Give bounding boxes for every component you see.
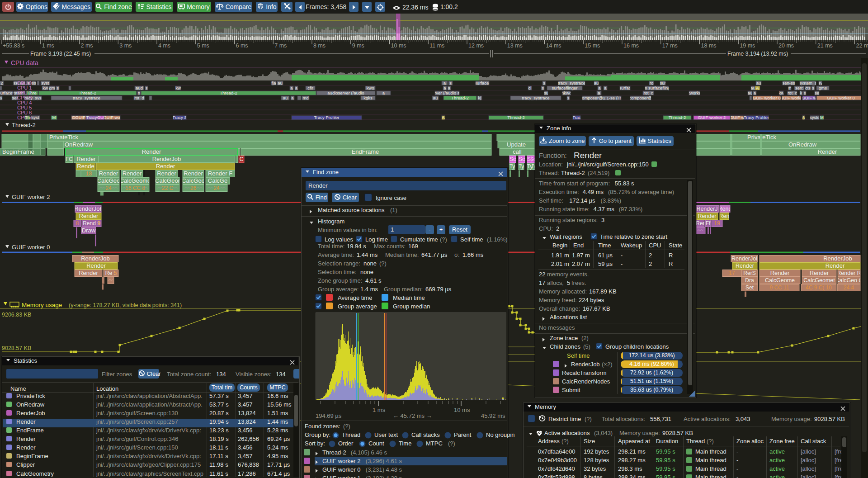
svg-text:Rende: Rende — [77, 163, 94, 170]
svg-text:a: a — [598, 90, 600, 95]
svg-text:12 ms: 12 ms — [468, 43, 484, 49]
svg-text:Thread-2: Thread-2 — [12, 122, 36, 128]
svg-text:kw: kw — [42, 85, 48, 90]
svg-text:Render: Render — [818, 148, 837, 155]
svg-text:Ff: Ff — [706, 220, 711, 227]
svg-text:md: md — [302, 95, 308, 100]
svg-text:a: a — [598, 85, 601, 90]
svg-text:Rend: Rend — [718, 206, 732, 212]
svg-text:Ty: Ty — [509, 163, 515, 170]
svg-text:s: s — [567, 95, 570, 100]
svg-text:9 ms: 9 ms — [352, 43, 364, 49]
svg-text:+55.83 s: +55.83 s — [3, 43, 24, 49]
svg-text:RenderJob: RenderJob — [81, 255, 110, 262]
svg-text:s: s — [449, 80, 452, 85]
svg-text:Ty: Ty — [519, 163, 524, 170]
svg-text:5: 5 — [114, 270, 117, 276]
svg-text:Ren: Ren — [719, 213, 730, 219]
svg-text:CalcGeor: CalcGeor — [155, 177, 180, 184]
svg-text:audioserver (/audio: audioserver (/audio — [327, 90, 364, 95]
svg-text:surfaceflinger: surfaceflinger — [552, 85, 577, 90]
svg-text:18 ms: 18 ms — [701, 43, 717, 49]
svg-text:CPU 7: CPU 7 — [17, 115, 32, 120]
svg-text:GUIF worker 0: GUIF worker 0 — [827, 95, 855, 100]
svg-text:Thread-2: Thread-2 — [507, 115, 525, 120]
svg-text:a: a — [443, 80, 446, 85]
svg-text:Render: Render — [184, 170, 203, 177]
svg-text:s: s — [146, 85, 148, 90]
svg-text:ro: ro — [650, 80, 653, 85]
svg-text:RenderJob: RenderJob — [74, 205, 103, 212]
svg-text:kj: kj — [478, 95, 481, 100]
svg-text:Thread-2: Thread-2 — [220, 90, 237, 95]
svg-text:au: au — [756, 80, 761, 85]
svg-text:rver (/audio a: rver (/audio a — [434, 90, 460, 95]
svg-text:m surfacefling: m surfacefling — [643, 85, 670, 90]
svg-text:n: n — [138, 90, 140, 95]
svg-text:sur: sur — [660, 80, 665, 85]
svg-text:Frame 3,194 (13.92 ms): Frame 3,194 (13.92 ms) — [727, 51, 788, 57]
svg-text:system_s: system_s — [799, 80, 817, 85]
svg-text:Render: Render — [770, 270, 790, 276]
svg-text:Render R: Render R — [837, 270, 861, 276]
svg-text:9206.83 KB: 9206.83 KB — [2, 312, 31, 318]
svg-text:CalcGeomet: CalcGeomet — [803, 277, 835, 284]
svg-text:au: au — [748, 90, 753, 95]
svg-text:Rer: Rer — [696, 220, 704, 227]
svg-text:Render: Render — [99, 170, 118, 177]
svg-text:Render F: Render F — [208, 170, 232, 177]
svg-text:2: 2 — [0, 80, 3, 85]
svg-text:A: A — [756, 85, 759, 90]
svg-text:8: 8 — [76, 220, 79, 227]
svg-text:composer@: composer@ — [629, 95, 652, 100]
svg-text:kgks: kgks — [363, 95, 373, 100]
svg-text:EndFrame: EndFrame — [352, 148, 379, 155]
svg-text:Render: Render — [123, 170, 142, 177]
svg-text:gm: gm — [49, 85, 55, 90]
svg-text:5 ms: 5 ms — [197, 43, 209, 49]
svg-text:BeginFrame: BeginFrame — [2, 148, 34, 155]
svg-text:au: au — [278, 80, 283, 85]
svg-text:syste: syste — [810, 115, 820, 120]
svg-text:CalcGe: CalcGe — [208, 177, 227, 184]
svg-text:kwo: kwo — [367, 85, 374, 90]
svg-text:14 ms: 14 ms — [546, 43, 561, 49]
svg-text:Render: Render — [736, 263, 754, 269]
svg-text:au: au — [750, 85, 755, 90]
svg-text:M: M — [52, 115, 56, 120]
svg-text:a: a — [448, 85, 451, 90]
svg-text:GUIF w: GUIF w — [730, 115, 744, 120]
svg-text:GUIF worker 2: GUIF worker 2 — [12, 194, 50, 200]
svg-text:nkwo: nkwo — [561, 90, 571, 95]
svg-text:Render: Render — [142, 148, 161, 155]
svg-text:9: 9 — [98, 220, 101, 227]
svg-text:Tracy Profiler: Tracy Profiler — [314, 115, 339, 120]
svg-text:m: m — [788, 85, 792, 90]
svg-text:se: se — [815, 90, 819, 95]
svg-text:16 ms: 16 ms — [623, 43, 639, 49]
svg-text:au: au — [433, 95, 438, 100]
svg-text:au: au — [594, 80, 599, 85]
svg-text:fja: fja — [271, 80, 276, 85]
svg-text:surfacef: surfacef — [475, 80, 490, 85]
svg-text:4 ms: 4 ms — [158, 43, 170, 49]
svg-text:GUIF worker 0: GUIF worker 0 — [12, 244, 50, 251]
svg-text:Draw: Draw — [82, 227, 96, 234]
svg-text:4C 9 C( 10: 4C 9 C( 10 — [806, 284, 832, 291]
svg-text:a: a — [754, 90, 756, 95]
svg-text:CPU data: CPU data — [11, 59, 38, 66]
svg-text:15 ms: 15 ms — [585, 43, 600, 49]
svg-text:Render: Render — [156, 163, 175, 170]
svg-text:aud: aud — [136, 85, 143, 90]
svg-text:24 4: 24 4 — [844, 284, 854, 291]
svg-text:sen-ss: sen-ss — [783, 80, 795, 85]
svg-text:26: 26 — [190, 185, 197, 191]
svg-text:9 CC 11: 9 CC 11 — [769, 284, 789, 291]
svg-text:a: a — [291, 95, 294, 100]
svg-text:RenderJol: RenderJol — [731, 256, 757, 262]
svg-text:FC: FC — [66, 156, 73, 162]
svg-text:s: s — [57, 85, 59, 90]
svg-text:s: s — [542, 85, 544, 90]
svg-text:syst: syst — [32, 115, 39, 120]
svg-text:19 ms: 19 ms — [740, 43, 755, 49]
